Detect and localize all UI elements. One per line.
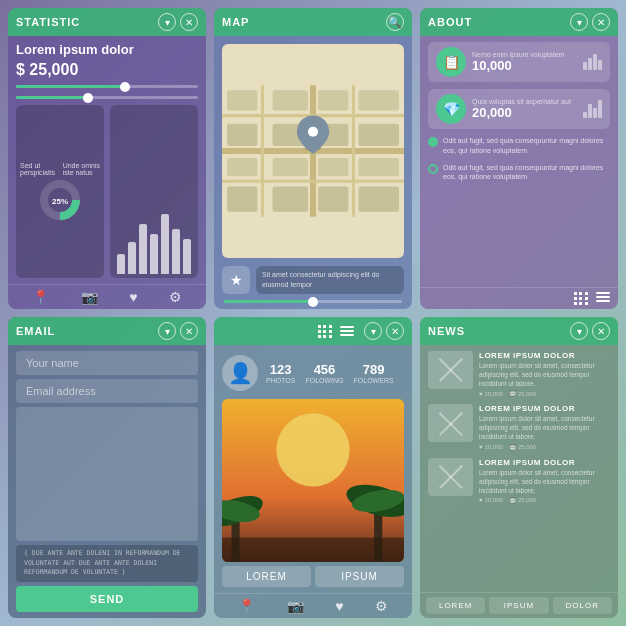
about-list-2: Odit aut fugit, sed quia consequuntur ma…: [428, 163, 610, 183]
email-header: EMAIL ▾ ✕: [8, 317, 206, 345]
about-card-1: 📋 Nemo enim ipsum voluptatem 10,000: [428, 42, 610, 82]
statistic-dropdown-icon[interactable]: ▾: [158, 13, 176, 31]
news-lorem-button[interactable]: LOREM: [426, 597, 485, 614]
about-card2-label: Quia voluptas sit aspernatur aut: [472, 98, 577, 105]
map-desc: Sit amet consectetur adipiscing elit do …: [256, 266, 404, 294]
slider-2-fill: [16, 96, 89, 99]
map-search-icon[interactable]: 🔍: [386, 13, 404, 31]
email-input[interactable]: [16, 379, 198, 403]
news-meta-2: ♥10,000 💬25,000: [479, 444, 610, 451]
heart-icon[interactable]: ♥: [129, 289, 137, 305]
bar-6: [172, 229, 180, 274]
svg-rect-19: [273, 158, 308, 176]
map-slider-track[interactable]: [224, 300, 402, 303]
map-slider-thumb[interactable]: [308, 297, 318, 307]
slider-1-track[interactable]: [16, 85, 198, 88]
slider-2-track[interactable]: [16, 96, 198, 99]
statistic-footer: 📍 📷 ♥ ⚙: [8, 284, 206, 309]
svg-rect-24: [318, 186, 348, 211]
list-view-icon[interactable]: [596, 292, 610, 305]
grid-view-icon[interactable]: [574, 292, 588, 305]
svg-rect-13: [359, 90, 399, 110]
ipsum-button[interactable]: IPSUM: [315, 566, 404, 587]
about-list-text-1: Odit aut fugit, sed quia consequuntur ma…: [443, 136, 610, 156]
map-slider-fill: [224, 300, 313, 303]
news-close-icon[interactable]: ✕: [592, 322, 610, 340]
statistic-body: Lorem ipsum dolor $ 25,000 Sed utperspic…: [8, 36, 206, 284]
news-item-3: LOREM IPSUM DOLOR Lorem ipsum dolor sit …: [428, 458, 610, 504]
social-header: ▾ ✕: [214, 317, 412, 345]
about-footer: [420, 287, 618, 309]
social-footer: 📍 📷 ♥ ⚙: [214, 593, 412, 618]
news-body-3: Lorem ipsum dolor sit amet, consectetur …: [479, 468, 610, 495]
social-followers-stat: 789 FOLOWERS: [354, 362, 394, 384]
bar-seg: [598, 60, 602, 70]
about-header: ABOUT ▾ ✕: [420, 8, 618, 36]
social-heart-icon[interactable]: ♥: [335, 598, 343, 614]
social-photos-label: PHOTOS: [266, 377, 295, 384]
news-comments-1: 💬25,000: [509, 390, 536, 397]
svg-rect-14: [227, 124, 257, 146]
statistic-panel: STATISTIC ▾ ✕ Lorem ipsum dolor $ 25,000: [8, 8, 206, 309]
map-header-icons: 🔍: [386, 13, 404, 31]
about-dropdown-icon[interactable]: ▾: [570, 13, 588, 31]
email-dropdown-icon[interactable]: ▾: [158, 322, 176, 340]
statistic-header: STATISTIC ▾ ✕: [8, 8, 206, 36]
news-title-2: LOREM IPSUM DOLOR: [479, 404, 610, 413]
social-photos-stat: 123 PHOTOS: [266, 362, 295, 384]
map-title: MAP: [222, 16, 249, 28]
social-following-stat: 456 FOLOWING: [305, 362, 343, 384]
about-list-1: Odit aut fugit, sed quia consequuntur ma…: [428, 136, 610, 156]
about-close-icon[interactable]: ✕: [592, 13, 610, 31]
map-star-icon[interactable]: ★: [222, 266, 250, 294]
bar-2: [128, 242, 136, 274]
social-stats: 123 PHOTOS 456 FOLOWING 789 FOLOWERS: [266, 362, 394, 384]
bar-5: [161, 214, 169, 274]
social-photo: [222, 399, 404, 562]
bar-seg: [588, 104, 592, 118]
svg-rect-12: [318, 90, 348, 110]
social-close-icon[interactable]: ✕: [386, 322, 404, 340]
bar-seg: [593, 54, 597, 70]
social-panel: ▾ ✕ 👤 123 PHOTOS 456 FOLOWING 789: [214, 317, 412, 618]
social-followers-label: FOLOWERS: [354, 377, 394, 384]
name-input[interactable]: [16, 351, 198, 375]
settings-icon[interactable]: ⚙: [169, 289, 182, 305]
slider-2-thumb[interactable]: [83, 93, 93, 103]
about-radio-2[interactable]: [428, 164, 438, 174]
email-close-icon[interactable]: ✕: [180, 322, 198, 340]
social-grid-icon[interactable]: [318, 325, 332, 338]
lorem-button[interactable]: LOREM: [222, 566, 311, 587]
news-text-2: LOREM IPSUM DOLOR Lorem ipsum dolor sit …: [479, 404, 610, 450]
social-camera-icon[interactable]: 📷: [287, 598, 304, 614]
svg-rect-23: [273, 186, 308, 211]
news-footer: LOREM IPSUM DOLOR: [420, 592, 618, 618]
slider-1-thumb[interactable]: [120, 82, 130, 92]
slider-1-fill: [16, 85, 125, 88]
bar-1: [117, 254, 125, 274]
statistic-close-icon[interactable]: ✕: [180, 13, 198, 31]
location-icon[interactable]: 📍: [32, 289, 49, 305]
about-radio-1[interactable]: [428, 137, 438, 147]
about-card1-label: Nemo enim ipsum voluptatem: [472, 51, 577, 58]
svg-rect-36: [222, 538, 404, 562]
statistic-title: STATISTIC: [16, 16, 80, 28]
statistic-amount: $ 25,000: [16, 61, 198, 79]
social-location-icon[interactable]: 📍: [238, 598, 255, 614]
email-body: { DUE ANTE ANTE DOLENI IN REFORMANDUM DE…: [8, 345, 206, 618]
news-dolor-button[interactable]: DOLOR: [553, 597, 612, 614]
message-textarea[interactable]: [16, 407, 198, 541]
social-settings-icon[interactable]: ⚙: [375, 598, 388, 614]
map-controls: ★ Sit amet consectetur adipiscing elit d…: [222, 264, 404, 296]
news-ipsum-button[interactable]: IPSUM: [489, 597, 548, 614]
news-comments-2: 💬25,000: [509, 444, 536, 451]
map-desc-text: Sit amet consectetur adipiscing elit do …: [262, 270, 398, 290]
camera-icon[interactable]: 📷: [81, 289, 98, 305]
bar-seg: [593, 108, 597, 118]
news-dropdown-icon[interactable]: ▾: [570, 322, 588, 340]
social-dropdown-icon[interactable]: ▾: [364, 322, 382, 340]
map-container[interactable]: [222, 44, 404, 258]
news-title: NEWS: [428, 325, 465, 337]
send-button[interactable]: SEND: [16, 586, 198, 612]
social-list-icon[interactable]: [340, 326, 354, 336]
